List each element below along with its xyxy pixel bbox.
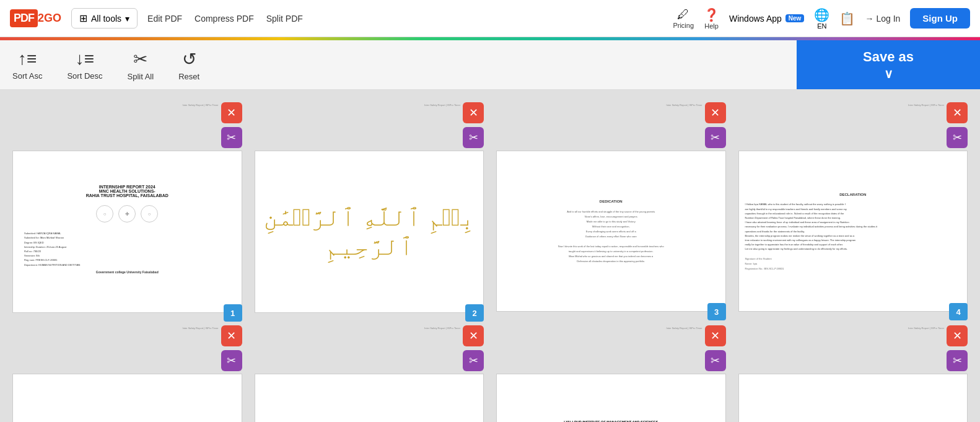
page-5-remove-button[interactable]: ✕ xyxy=(221,325,242,346)
page-7-wrapper: LYALLPUR INSTITUTE OF MANAGEMENT AND SCI… xyxy=(496,374,726,422)
grid-icon: ⊞ xyxy=(79,12,87,24)
language-label: EN xyxy=(817,22,826,30)
page-1-badge: 1 xyxy=(224,304,242,322)
page-6-header-label: Inter Safety Report | ISPro Timer xyxy=(255,325,463,330)
logo-circle-1: ○ xyxy=(96,205,113,222)
reset-button[interactable]: ↺ Reset xyxy=(178,49,199,81)
split-all-icon: ✂ xyxy=(133,49,147,69)
page-4-split-button[interactable]: ✂ xyxy=(947,127,968,148)
page-card-7: Inter Safety Report | ISPro Timer ✕ ✂ LY… xyxy=(496,325,726,422)
save-as-chevron-icon: ∨ xyxy=(884,66,893,81)
page-1-remove-button[interactable]: ✕ xyxy=(221,102,242,123)
sort-desc-icon: ↓≡ xyxy=(76,49,94,69)
page-col-5: Inter Safety Report | ISPro Timer xyxy=(12,325,221,330)
page-6-split-button[interactable]: ✂ xyxy=(463,350,484,371)
sort-asc-icon: ↑≡ xyxy=(18,49,37,69)
page-4-remove-button[interactable]: ✕ xyxy=(947,102,968,123)
logo[interactable]: PDF 2GO xyxy=(10,9,61,27)
signup-button[interactable]: Sign Up xyxy=(910,8,970,29)
page-row-5: Inter Safety Report | ISPro Timer ✕ ✂ xyxy=(12,325,242,374)
page-8-thumbnail: ACKNOWLEDGEMENT First of all, Allah (SWT… xyxy=(738,374,968,422)
split-pdf-link[interactable]: Split PDF xyxy=(266,14,303,24)
page-4-wrapper: DECLARATION I Hafiza Iqra KAMAL who is t… xyxy=(738,151,968,312)
header-right: 🖊 Pricing ❓ Help Windows App New 🌐 EN 📋 … xyxy=(673,7,970,30)
page-row-7: Inter Safety Report | ISPro Timer ✕ ✂ xyxy=(496,325,726,374)
page-4-buttons: ✕ ✂ xyxy=(947,102,968,148)
globe-icon: 🌐 xyxy=(814,7,829,22)
help-label: Help xyxy=(704,22,719,30)
main-content: Inter Safety Report | ISPro Timer ✕ ✂ IN… xyxy=(0,90,980,422)
page-2-split-button[interactable]: ✂ xyxy=(463,127,484,148)
page-card-4: Inter Safety Report | ISPro Timer ✕ ✂ DE… xyxy=(738,102,968,313)
page-1-header-label: Inter Safety Report | ISPro Timer xyxy=(12,102,221,107)
page-card-8: Inter Safety Report | ISPro Timer ✕ ✂ AC… xyxy=(738,325,968,422)
login-button[interactable]: → Log In xyxy=(865,14,900,24)
page-5-wrapper: LYALLPUR INSTITUTE OF MANAGEMENT AND SCI… xyxy=(12,374,242,422)
page-7-remove-button[interactable]: ✕ xyxy=(705,325,726,346)
history-button[interactable]: 📋 xyxy=(839,11,855,26)
all-tools-label: All tools xyxy=(91,14,121,24)
reset-label: Reset xyxy=(178,72,199,81)
edit-pdf-link[interactable]: Edit PDF xyxy=(147,14,182,24)
page-4-badge: 4 xyxy=(949,303,968,320)
page-5-split-button[interactable]: ✂ xyxy=(221,350,242,371)
page-7-thumbnail: LYALLPUR INSTITUTE OF MANAGEMENT AND SCI… xyxy=(496,374,726,422)
page-8-split-button[interactable]: ✂ xyxy=(947,350,968,371)
page-8-wrapper: ACKNOWLEDGEMENT First of all, Allah (SWT… xyxy=(738,374,968,422)
page-2-header-label: Inter Safety Report | ISPro Timer xyxy=(255,102,463,107)
save-as-button[interactable]: Save as ∨ xyxy=(797,40,980,89)
page-8-remove-button[interactable]: ✕ xyxy=(947,325,968,346)
page-7-split-button[interactable]: ✂ xyxy=(705,350,726,371)
logo-2go: 2GO xyxy=(38,12,61,25)
page-col-8: Inter Safety Report | ISPro Timer xyxy=(738,325,947,330)
split-all-button[interactable]: ✂ Split All xyxy=(128,49,154,81)
all-tools-button[interactable]: ⊞ All tools ▾ xyxy=(71,8,138,29)
new-badge: New xyxy=(785,14,805,22)
page-1-info: Submitted: HAFIZA IQRA KAMAL Submitted f… xyxy=(19,227,235,279)
page-row-2: Inter Safety Report | ISPro Timer ✕ ✂ xyxy=(255,102,484,151)
windows-app-label: Windows App xyxy=(729,14,782,24)
page-card-5: Inter Safety Report | ISPro Timer ✕ ✂ LY… xyxy=(12,325,242,422)
page-5-buttons: ✕ ✂ xyxy=(221,325,242,371)
page-4-content: DECLARATION I Hafiza Iqra KAMAL who is t… xyxy=(739,185,968,277)
page-row-4: Inter Safety Report | ISPro Timer ✕ ✂ xyxy=(738,102,968,151)
page-row-8: Inter Safety Report | ISPro Timer ✕ ✂ xyxy=(738,325,968,374)
language-button[interactable]: 🌐 EN xyxy=(814,7,829,30)
page-6-remove-button[interactable]: ✕ xyxy=(463,325,484,346)
windows-app-button[interactable]: Windows App New xyxy=(729,14,804,24)
help-link[interactable]: ❓ Help xyxy=(704,7,719,30)
page-1-buttons: ✕ ✂ xyxy=(221,102,242,148)
pages-grid: Inter Safety Report | ISPro Timer ✕ ✂ IN… xyxy=(12,102,968,422)
page-card-3: Inter Safety Report | ISPro Timer ✕ ✂ DE… xyxy=(496,102,726,313)
page-1-split-button[interactable]: ✂ xyxy=(221,127,242,148)
page-7-content: LYALLPUR INSTITUTE OF MANAGEMENT AND SCI… xyxy=(497,413,725,422)
page-6-buttons: ✕ ✂ xyxy=(463,325,484,371)
page-col-7: Inter Safety Report | ISPro Timer xyxy=(496,325,705,330)
page-col-1: Inter Safety Report | ISPro Timer xyxy=(12,102,221,107)
sort-asc-button[interactable]: ↑≡ Sort Asc xyxy=(12,49,42,81)
page-3-buttons: ✕ ✂ xyxy=(705,102,726,148)
logo-pdf: PDF xyxy=(10,9,38,27)
login-arrow-icon: → xyxy=(865,14,873,24)
toolbar: ↑≡ Sort Asc ↓≡ Sort Desc ✂ Split All ↺ R… xyxy=(0,40,980,90)
page-6-thumbnail: GOVT. COLLEGE UNIVERSITY, FAISALABAD CER… xyxy=(255,374,484,422)
login-label: Log In xyxy=(876,14,900,24)
page-2-remove-button[interactable]: ✕ xyxy=(463,102,484,123)
page-2-badge: 2 xyxy=(465,304,484,322)
page-2-wrapper: بِسۡمِ ٱللَّهِ ٱلرَّحۡمَٰنِ ٱلرَّحِيمِ 2 xyxy=(255,151,484,313)
page-row-3: Inter Safety Report | ISPro Timer ✕ ✂ xyxy=(496,102,726,151)
page-3-remove-button[interactable]: ✕ xyxy=(705,102,726,123)
pricing-link[interactable]: 🖊 Pricing xyxy=(673,7,694,29)
page-4-header-label: Inter Safety Report | ISPro Timer xyxy=(738,102,947,107)
compress-pdf-link[interactable]: Compress PDF xyxy=(195,14,254,24)
page-row-1: Inter Safety Report | ISPro Timer ✕ ✂ xyxy=(12,102,242,151)
reset-icon: ↺ xyxy=(182,49,196,69)
page-7-header-label: Inter Safety Report | ISPro Timer xyxy=(496,325,705,330)
page-3-badge: 3 xyxy=(707,303,726,320)
page-5-thumbnail: LYALLPUR INSTITUTE OF MANAGEMENT AND SCI… xyxy=(12,374,242,422)
page-col-3: Inter Safety Report | ISPro Timer xyxy=(496,102,705,107)
sort-desc-button[interactable]: ↓≡ Sort Desc xyxy=(67,49,102,81)
page-6-wrapper: GOVT. COLLEGE UNIVERSITY, FAISALABAD CER… xyxy=(255,374,484,422)
page-3-split-button[interactable]: ✂ xyxy=(705,127,726,148)
help-icon: ❓ xyxy=(704,7,719,22)
